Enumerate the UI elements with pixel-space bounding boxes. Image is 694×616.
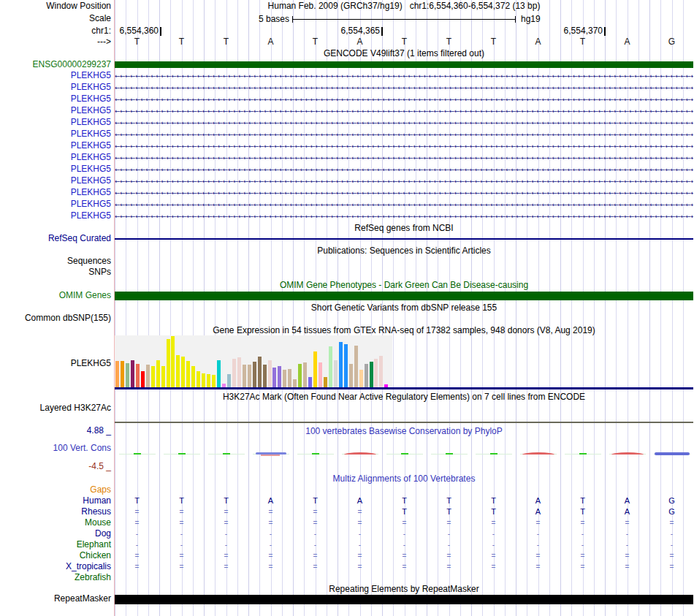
phylop-positive-mark[interactable] [522, 452, 554, 455]
gtex-tissue-bar[interactable] [339, 342, 343, 388]
gtex-tissue-bar[interactable] [167, 339, 170, 388]
gtex-tissue-bar[interactable] [319, 362, 322, 388]
gtex-tissue-bar[interactable] [308, 377, 312, 388]
gtex-tissue-bar[interactable] [359, 370, 363, 388]
gtex-tissue-bar[interactable] [176, 355, 180, 388]
transcript-label[interactable]: PLEKHG5 [0, 118, 111, 127]
transcript-intron-arrows[interactable]: ←←←←←←←←←←←←←←←←←←←←←←←←←←←←←←←←←←←←←←←←… [115, 165, 693, 174]
gtex-tissue-bar[interactable] [212, 375, 216, 388]
phylop-positive-mark[interactable] [344, 452, 376, 455]
gtex-tissue-bar[interactable] [141, 371, 145, 388]
gtex-tissue-bar[interactable] [227, 374, 231, 388]
transcript-label[interactable]: PLEKHG5 [0, 164, 111, 174]
transcript-label[interactable]: PLEKHG5 [0, 71, 111, 80]
phylop-positive-tick[interactable] [223, 453, 230, 455]
gtex-tissue-bar[interactable] [161, 366, 165, 388]
gtex-tissue-bar[interactable] [197, 371, 200, 388]
transcript-intron-arrows[interactable]: ←←←←←←←←←←←←←←←←←←←←←←←←←←←←←←←←←←←←←←←←… [115, 212, 693, 221]
gtex-tissue-bar[interactable] [207, 374, 210, 388]
gtex-tissue-bar[interactable] [136, 364, 140, 388]
transcript-intron-arrows[interactable]: ←←←←←←←←←←←←←←←←←←←←←←←←←←←←←←←←←←←←←←←←… [115, 177, 693, 186]
omim-genes-label[interactable]: OMIM Genes [0, 291, 111, 300]
species-label[interactable]: Chicken [0, 551, 111, 560]
refseq-curated-line[interactable] [115, 238, 693, 240]
gtex-tissue-bar[interactable] [253, 362, 256, 388]
transcript-label[interactable]: PLEKHG5 [0, 94, 111, 104]
transcript-label[interactable]: PLEKHG5 [0, 199, 111, 209]
repeatmasker-label[interactable]: RepeatMasker [0, 594, 111, 604]
gtex-tissue-bar[interactable] [237, 357, 241, 388]
transcript-intron-arrows[interactable]: ←←←←←←←←←←←←←←←←←←←←←←←←←←←←←←←←←←←←←←←←… [115, 200, 693, 209]
gtex-tissue-bar[interactable] [263, 365, 267, 388]
gencode-gene-bar[interactable] [115, 61, 693, 68]
phylop-positive-tick[interactable] [178, 453, 186, 455]
gtex-tissue-bar[interactable] [344, 344, 348, 388]
gtex-tissue-bar[interactable] [171, 336, 175, 388]
transcript-label[interactable]: PLEKHG5 [0, 176, 111, 186]
gtex-tissue-bar[interactable] [268, 360, 272, 388]
phylop-positive-tick[interactable] [134, 453, 141, 455]
gtex-tissue-bar[interactable] [288, 369, 291, 388]
transcript-intron-arrows[interactable]: ←←←←←←←←←←←←←←←←←←←←←←←←←←←←←←←←←←←←←←←←… [115, 153, 693, 162]
gtex-tissue-bar[interactable] [329, 346, 332, 388]
transcript-label[interactable]: PLEKHG5 [0, 153, 111, 162]
gtex-tissue-bar[interactable] [278, 366, 281, 388]
gtex-tissue-bar[interactable] [283, 370, 286, 388]
gtex-tissue-bar[interactable] [115, 361, 119, 388]
species-label[interactable]: Dog [0, 529, 111, 539]
transcript-label[interactable]: PLEKHG5 [0, 129, 111, 139]
gtex-tissue-bar[interactable] [121, 361, 124, 388]
gtex-tissue-bar[interactable] [313, 351, 317, 388]
gtex-tissue-bar[interactable] [243, 365, 246, 388]
phylop-positive-tick[interactable] [312, 453, 319, 455]
species-label[interactable]: Elephant [0, 540, 111, 550]
transcript-intron-arrows[interactable]: ←←←←←←←←←←←←←←←←←←←←←←←←←←←←←←←←←←←←←←←←… [115, 95, 693, 104]
transcript-intron-arrows[interactable]: ←←←←←←←←←←←←←←←←←←←←←←←←←←←←←←←←←←←←←←←←… [115, 118, 693, 127]
repeatmasker-bar[interactable] [115, 595, 693, 604]
transcript-intron-arrows[interactable]: ←←←←←←←←←←←←←←←←←←←←←←←←←←←←←←←←←←←←←←←←… [115, 142, 693, 151]
gtex-tissue-bar[interactable] [370, 362, 373, 388]
transcript-label[interactable]: PLEKHG5 [0, 83, 111, 92]
transcript-label[interactable]: PLEKHG5 [0, 211, 111, 221]
phylop-positive-tick[interactable] [401, 453, 408, 455]
transcript-intron-arrows[interactable]: ←←←←←←←←←←←←←←←←←←←←←←←←←←←←←←←←←←←←←←←←… [115, 130, 693, 139]
gtex-tissue-bar[interactable] [181, 357, 185, 388]
gtex-tissue-bar[interactable] [186, 361, 190, 388]
layered-h3k27ac-label[interactable]: Layered H3K27Ac [0, 403, 111, 413]
gtex-tissue-bar[interactable] [298, 364, 302, 388]
omim-genes-bar[interactable] [115, 292, 693, 300]
gtex-tissue-bar[interactable] [146, 365, 150, 388]
gtex-tissue-bar[interactable] [191, 366, 195, 388]
gtex-tissue-bar[interactable] [324, 377, 327, 388]
phylop-positive-mark[interactable] [611, 452, 644, 455]
gencode-gene-label[interactable]: ENSG00000299237 [0, 60, 111, 69]
gtex-tissue-bar[interactable] [365, 364, 368, 388]
phylop-positive-tick[interactable] [490, 453, 497, 455]
transcript-intron-arrows[interactable]: ←←←←←←←←←←←←←←←←←←←←←←←←←←←←←←←←←←←←←←←←… [115, 107, 693, 115]
gtex-tissue-bar[interactable] [303, 362, 307, 388]
species-label[interactable]: Zebrafish [0, 573, 111, 582]
gtex-tissue-bar[interactable] [349, 364, 353, 388]
phylop-positive-tick[interactable] [446, 453, 453, 455]
phylop-positive-tick[interactable] [579, 453, 587, 455]
snps-label[interactable]: SNPs [0, 267, 111, 277]
refseq-curated-label[interactable]: RefSeq Curated [0, 234, 111, 243]
gtex-gene-label[interactable]: PLEKHG5 [0, 359, 111, 368]
species-label[interactable]: Rhesus [0, 507, 111, 517]
gtex-tissue-bar[interactable] [379, 356, 383, 388]
gtex-tissue-bar[interactable] [374, 359, 378, 388]
h3k27ac-baseline[interactable] [115, 422, 693, 423]
species-label[interactable]: Human [0, 496, 111, 506]
transcript-intron-arrows[interactable]: ←←←←←←←←←←←←←←←←←←←←←←←←←←←←←←←←←←←←←←←←… [115, 189, 693, 197]
gtex-tissue-bar[interactable] [151, 366, 155, 388]
phylop-track-label[interactable]: 100 Vert. Cons [0, 444, 111, 453]
transcript-label[interactable]: PLEKHG5 [0, 188, 111, 197]
gtex-tissue-bar[interactable] [258, 357, 262, 388]
gtex-tissue-bar[interactable] [126, 363, 129, 388]
species-label[interactable]: Mouse [0, 518, 111, 528]
gtex-tissue-bar[interactable] [131, 360, 134, 388]
gtex-tissue-bar[interactable] [334, 360, 338, 388]
gtex-tissue-bar[interactable] [232, 359, 236, 388]
transcript-label[interactable]: PLEKHG5 [0, 141, 111, 151]
common-dbsnp-label[interactable]: Common dbSNP(155) [0, 313, 111, 323]
